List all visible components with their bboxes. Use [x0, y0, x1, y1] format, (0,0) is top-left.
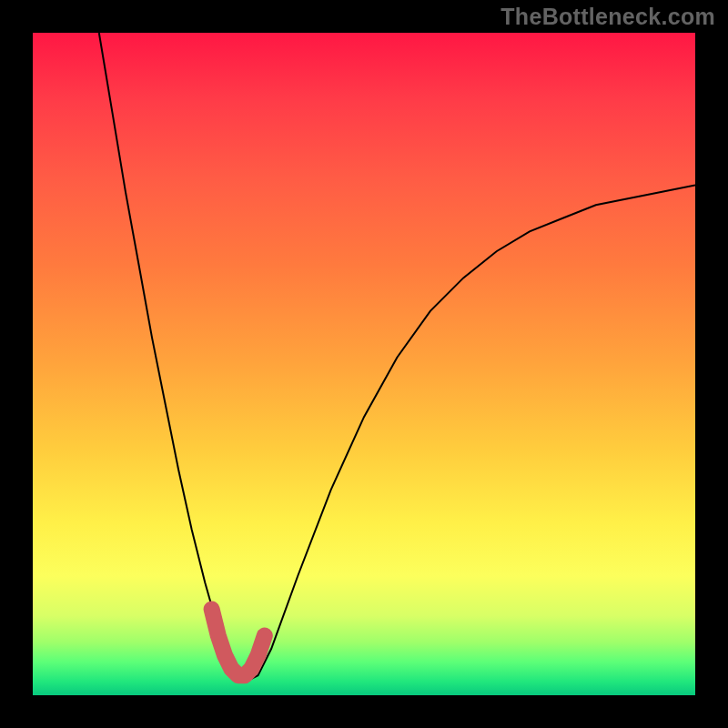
red-thick-segment [212, 609, 265, 675]
plot-area [33, 33, 695, 695]
black-curve [99, 33, 695, 682]
chart-frame: TheBottleneck.com [0, 0, 728, 728]
watermark-text: TheBottleneck.com [500, 4, 715, 30]
curve-layer [33, 33, 695, 695]
